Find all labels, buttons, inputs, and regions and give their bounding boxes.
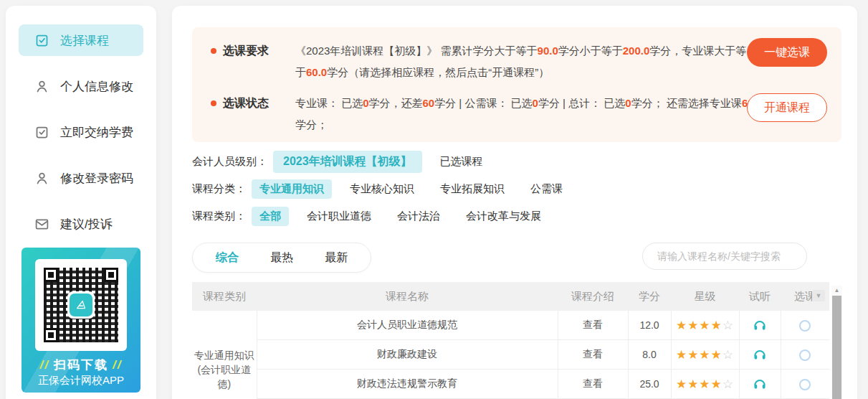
sort-tab-hottest[interactable]: 最热	[254, 250, 309, 266]
scroll-up-icon[interactable]: ▲	[831, 286, 842, 295]
status-label: 选课状态	[211, 93, 295, 136]
table-row: 专业通用知识(会计职业道德)会计人员职业道德规范查看12.0★★★★☆	[192, 311, 829, 340]
highlight-value: 90.0	[538, 44, 558, 57]
select-radio[interactable]	[799, 349, 811, 361]
course-selection-notice: 选课要求 《2023年培训课程【初级】》 需累计学分大于等于90.0学分小于等于…	[192, 27, 841, 142]
person-icon	[34, 79, 49, 94]
category-line1: 专业通用知识	[193, 348, 256, 362]
text-segment: 专业课： 已选	[295, 97, 363, 109]
sort-tab-comprehensive[interactable]: 综合	[200, 250, 254, 266]
filter-option-selected-courses[interactable]: 已选课程	[432, 152, 491, 172]
sidebar-item-change-password[interactable]: 修改登录密码	[19, 162, 143, 194]
search-input[interactable]	[656, 250, 788, 263]
filter-option-cat-core[interactable]: 专业核心知识	[342, 179, 422, 199]
star-rating-cell: ★★★★☆	[671, 340, 739, 370]
column-header: 星级	[671, 282, 739, 311]
star-rating: ★★★★☆	[676, 348, 734, 362]
sidebar: 选择课程个人信息修改立即交纳学费修改登录密码建议/投诉 //扫码下载// 正保会…	[6, 6, 156, 399]
filter-row: 课程类别：全部会计职业道德会计法治会计改革与发展	[192, 204, 837, 228]
sidebar-item-label: 修改登录密码	[60, 170, 133, 187]
sidebar-item-pay-tuition[interactable]: 立即交纳学费	[19, 116, 143, 148]
filter-option-cat-public[interactable]: 公需课	[523, 179, 571, 199]
course-name-cell: 财政廉政建设	[257, 340, 558, 370]
sort-tabs: 综合最热最新	[192, 243, 371, 273]
text-segment: 学分，还差	[369, 97, 423, 109]
audition-cell	[739, 340, 781, 370]
filter-option-type-law[interactable]: 会计法治	[389, 207, 448, 226]
qr-finder	[44, 328, 58, 342]
sidebar-menu: 选择课程个人信息修改立即交纳学费修改登录密码建议/投诉	[6, 6, 156, 240]
person-icon	[34, 171, 49, 186]
highlight-value: 60	[423, 97, 435, 109]
headphones-icon[interactable]	[753, 347, 767, 362]
slash-decor: //	[113, 358, 122, 372]
envelope-icon	[34, 217, 49, 232]
filter-option-cat-general[interactable]: 专业通用知识	[252, 179, 332, 199]
intro-cell: 查看	[558, 370, 628, 399]
search-box	[642, 243, 807, 270]
select-cell	[781, 311, 829, 340]
audition-cell	[739, 311, 781, 340]
app-logo-icon	[67, 291, 95, 319]
sidebar-item-feedback[interactable]: 建议/投诉	[19, 208, 143, 240]
table-row: 财政违法违规警示教育查看25.0★★★★☆	[192, 370, 829, 399]
headphones-icon[interactable]	[753, 318, 767, 332]
text-segment: 学分 | 总计： 已选	[538, 97, 625, 109]
filter-option-type-all[interactable]: 全部	[252, 207, 289, 226]
filter-option-level-2023-junior[interactable]: 2023年培训课程【初级】	[273, 151, 422, 173]
table-scrollbar[interactable]: ▲	[831, 286, 842, 399]
column-header: 试听	[739, 282, 781, 311]
filter-label: 课程类别：	[192, 210, 246, 223]
highlight-value: 0	[625, 97, 631, 109]
sidebar-item-label: 建议/投诉	[60, 216, 113, 233]
star-empty: ☆	[722, 319, 734, 332]
select-radio[interactable]	[799, 379, 811, 390]
select-cell	[781, 340, 829, 370]
text-segment: 学分 | 公需课： 已选	[434, 97, 532, 109]
star-rating: ★★★★☆	[676, 319, 734, 332]
star-empty: ☆	[722, 348, 734, 362]
course-name-cell: 会计人员职业道德规范	[257, 311, 558, 340]
column-header: 学分	[628, 282, 671, 311]
filter-option-type-reform[interactable]: 会计改革与发展	[458, 207, 549, 226]
filter-option-type-ethics[interactable]: 会计职业道德	[299, 207, 379, 226]
slash-decor: //	[40, 358, 49, 372]
status-row: 选课状态 专业课： 已选0学分，还差60学分 | 公需课： 已选0学分 | 总计…	[211, 93, 841, 136]
bullet-icon	[211, 48, 216, 54]
star-filled: ★★★★	[676, 319, 722, 332]
sidebar-item-edit-profile[interactable]: 个人信息修改	[19, 70, 143, 102]
filter-section: 会计人员级别：2023年培训课程【初级】已选课程课程分类：专业通用知识专业核心知…	[192, 149, 837, 231]
view-link[interactable]: 查看	[583, 319, 603, 330]
qr-app-label: 正保会计网校APP	[22, 374, 140, 388]
open-course-button[interactable]: 开通课程	[747, 93, 827, 122]
credits-cell: 25.0	[628, 370, 671, 399]
select-radio[interactable]	[799, 320, 811, 332]
table-row: 财政廉政建设查看8.0★★★★☆	[192, 340, 829, 370]
chevron-down-icon[interactable]: ▼	[812, 290, 825, 301]
star-empty: ☆	[722, 377, 734, 391]
intro-cell: 查看	[558, 340, 628, 370]
headphones-icon[interactable]	[753, 377, 767, 391]
status-text: 专业课： 已选0学分，还差60学分 | 公需课： 已选0学分 | 总计： 已选0…	[295, 93, 754, 136]
filter-row: 会计人员级别：2023年培训课程【初级】已选课程	[192, 149, 837, 174]
toolbar: 综合最热最新	[192, 243, 837, 273]
view-link[interactable]: 查看	[583, 377, 603, 389]
sort-tab-newest[interactable]: 最新	[309, 250, 363, 266]
text-segment: 《2023年培训课程【初级】》 需累计学分大于等于	[295, 44, 538, 57]
course-name-cell: 财政违法违规警示教育	[257, 370, 558, 399]
one-click-select-button[interactable]: 一键选课	[747, 38, 827, 67]
filter-option-cat-extend[interactable]: 专业拓展知识	[432, 179, 512, 199]
app-download-promo: //扫码下载// 正保会计网校APP	[22, 248, 140, 393]
star-filled: ★★★★	[676, 348, 722, 362]
text-segment: 学分； 还需选择专业课	[631, 97, 742, 109]
star-filled: ★★★★	[676, 377, 722, 391]
text-segment: 学分小于等于	[558, 44, 623, 57]
qr-download-label: //扫码下载//	[22, 357, 140, 373]
filter-label: 课程分类：	[192, 182, 246, 196]
sidebar-item-label: 立即交纳学费	[60, 124, 133, 141]
requirement-text: 《2023年培训课程【初级】》 需累计学分大于等于90.0学分小于等于200.0…	[295, 40, 754, 83]
view-link[interactable]: 查看	[583, 348, 603, 360]
credits-cell: 8.0	[628, 340, 671, 370]
scrollbar-thumb[interactable]	[832, 296, 841, 399]
sidebar-item-select-course[interactable]: 选择课程	[19, 24, 143, 56]
